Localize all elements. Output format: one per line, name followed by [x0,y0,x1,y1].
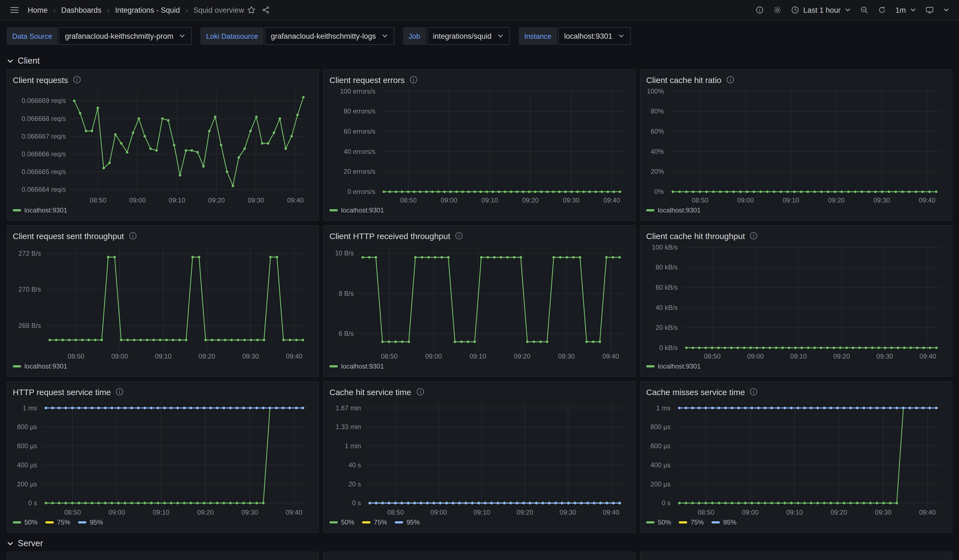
legend-item[interactable]: 95% [78,519,103,526]
chart-canvas[interactable]: 08:5009:0009:1009:2009:3009:400 s200 µs4… [13,398,313,517]
panel-title[interactable]: HTTP request service time [13,387,111,396]
breadcrumb-home[interactable]: Home [28,6,48,14]
chart-canvas[interactable]: 08:5009:0009:1009:2009:3009:40268 B/s270… [13,242,313,361]
variable-select-data-source[interactable]: grafanacloud-keithschmitty-prom [59,27,192,45]
variable-job: Job integrations/squid [403,27,510,45]
svg-text:100%: 100% [647,88,664,95]
breadcrumb-dashboards[interactable]: Dashboards [61,6,102,14]
time-series-chart[interactable]: 08:5009:0009:1009:2009:3009:400 errors/s… [330,86,629,205]
legend-item[interactable]: 50% [13,519,38,526]
dashboard-insights-button[interactable] [752,3,766,17]
panel-title[interactable]: Client cache hit ratio [646,75,722,84]
time-series-chart[interactable]: 08:5009:0009:1009:2009:3009:400 s20 s40 … [330,398,629,517]
panel-title[interactable]: Client request sent throughput [13,231,124,240]
toolbar-collapse-button[interactable] [940,4,953,16]
legend-item[interactable]: localhost:9301 [330,207,384,214]
legend-item[interactable]: localhost:9301 [646,207,701,214]
legend-item[interactable]: 95% [712,519,736,526]
variable-select-job[interactable]: integrations/squid [427,27,510,45]
time-series-chart[interactable]: 08:5009:0009:1009:2009:3009:406 B/s8 B/s… [330,242,629,361]
legend-item[interactable]: 95% [395,519,420,526]
refresh-dashboard-button[interactable] [875,3,889,17]
svg-text:09:00: 09:00 [111,353,128,360]
info-icon[interactable] [73,76,81,84]
gear-icon [773,6,782,14]
panel-client-cache-hit-throughput: Client cache hit throughput 08:5009:0009… [640,225,953,377]
time-series-chart[interactable]: 08:5009:0009:1009:2009:3009:400.066664 r… [13,86,313,205]
panel-legend: localhost:9301 [646,205,946,216]
info-icon[interactable] [455,232,463,240]
info-icon[interactable] [416,388,424,396]
info-icon[interactable] [410,76,417,84]
info-icon[interactable] [750,232,758,240]
zoom-out-time-button[interactable] [857,3,871,17]
legend-item[interactable]: localhost:9301 [646,363,701,370]
legend-item[interactable]: 75% [362,519,387,526]
dashboard-settings-button[interactable] [770,3,784,17]
panel-header: Cache misses service time [646,386,946,398]
refresh-interval-dropdown[interactable]: 1m [892,3,919,17]
breadcrumb-integrations-squid[interactable]: Integrations - Squid [115,6,180,14]
section-row-server[interactable]: Server [0,533,959,552]
panel-title[interactable]: Client requests [13,75,68,84]
legend-swatch [679,521,687,523]
legend-item[interactable]: localhost:9301 [330,363,384,370]
svg-text:09:40: 09:40 [286,353,303,360]
svg-text:09:30: 09:30 [558,353,575,360]
legend-label: localhost:9301 [24,207,67,214]
client-panels-grid: Client requests 08:5009:0009:1009:2009:3… [0,69,959,533]
svg-text:08:50: 08:50 [704,353,721,360]
section-row-client[interactable]: Client [0,50,959,69]
chart-canvas[interactable]: 08:5009:0009:1009:2009:3009:400 errors/s… [330,86,629,205]
legend-label: 50% [24,519,38,526]
breadcrumb-current-page: Squid overview [194,6,244,14]
panel-title[interactable]: Client request errors [330,75,405,84]
panel-legend: localhost:9301 [330,361,629,372]
time-series-chart[interactable]: 08:5009:0009:1009:2009:3009:400 s200 µs4… [646,398,946,517]
legend-item[interactable]: 50% [330,519,354,526]
svg-text:10 B/s: 10 B/s [335,249,354,257]
legend-item[interactable]: 75% [679,519,704,526]
info-icon[interactable] [129,232,137,240]
variable-select-instance[interactable]: localhost:9301 [558,27,631,45]
svg-text:08:50: 08:50 [381,353,398,360]
panel-title[interactable]: Client HTTP received throughput [330,231,450,240]
time-series-chart[interactable]: 08:5009:0009:1009:2009:3009:400 s200 µs4… [13,398,313,517]
panel-cache-misses-service-time: Cache misses service time 08:5009:0009:1… [640,381,953,533]
panel-client-http-received-throughput: Client HTTP received throughput 08:5009:… [323,225,636,377]
svg-text:09:40: 09:40 [919,509,936,516]
panel-title[interactable]: Client cache hit throughput [646,231,745,240]
time-series-chart[interactable]: 08:5009:0009:1009:2009:3009:40268 B/s270… [13,242,313,361]
menu-toggle-button[interactable] [6,2,22,18]
variable-select-loki-datasource[interactable]: grafanacloud-keithschmitty-logs [264,27,394,45]
time-series-chart[interactable]: 08:5009:0009:1009:2009:3009:400%20%40%60… [646,86,946,205]
chart-canvas[interactable]: 08:5009:0009:1009:2009:3009:400 s20 s40 … [330,398,629,517]
hamburger-icon [10,5,19,15]
svg-text:08:50: 08:50 [68,353,84,360]
info-icon[interactable] [750,388,758,396]
time-range-picker[interactable]: Last 1 hour [788,3,854,17]
favorite-star-button[interactable] [244,3,258,17]
legend-item[interactable]: localhost:9301 [13,363,67,370]
info-icon[interactable] [116,388,124,396]
info-icon[interactable] [726,76,734,84]
chart-canvas[interactable]: 08:5009:0009:1009:2009:3009:400 s200 µs4… [646,398,946,517]
time-series-chart[interactable]: 08:5009:0009:1009:2009:3009:400 kB/s20 k… [646,242,946,361]
svg-text:09:30: 09:30 [563,196,580,204]
svg-text:0.066665 req/s: 0.066665 req/s [22,168,66,175]
legend-item[interactable]: 75% [45,519,70,526]
svg-text:20 kB/s: 20 kB/s [656,324,678,331]
svg-text:09:10: 09:10 [786,509,803,516]
chart-canvas[interactable]: 08:5009:0009:1009:2009:3009:400 kB/s20 k… [646,242,946,361]
panel-title[interactable]: Cache misses service time [646,387,745,396]
legend-item[interactable]: localhost:9301 [13,207,67,214]
chart-canvas[interactable]: 08:5009:0009:1009:2009:3009:406 B/s8 B/s… [330,242,629,361]
legend-swatch [712,521,720,523]
svg-text:0%: 0% [654,188,664,195]
kiosk-mode-button[interactable] [922,3,937,17]
share-dashboard-button[interactable] [258,3,273,17]
panel-title[interactable]: Cache hit service time [330,387,411,396]
legend-item[interactable]: 50% [646,519,671,526]
chart-canvas[interactable]: 08:5009:0009:1009:2009:3009:400.066664 r… [13,86,313,205]
chart-canvas[interactable]: 08:5009:0009:1009:2009:3009:400%20%40%60… [646,86,946,205]
